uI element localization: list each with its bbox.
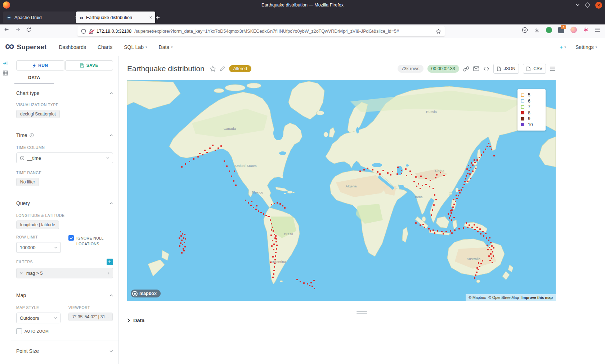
minimize-icon[interactable] xyxy=(575,4,580,6)
extension-green-icon[interactable] xyxy=(546,27,552,33)
map-style-select[interactable]: Outdoors xyxy=(16,313,60,323)
land-ireland xyxy=(324,132,328,137)
land-hispaniola xyxy=(287,191,292,194)
lonlat-value[interactable]: longitude | latitude xyxy=(16,220,59,229)
forward-icon[interactable] xyxy=(15,27,21,32)
extension-asterisk-icon[interactable] xyxy=(583,27,589,33)
attrib-mapbox[interactable]: © Mapbox xyxy=(469,295,486,300)
map-legend: 5678910 xyxy=(517,89,546,131)
info-icon xyxy=(30,133,34,137)
browser-tabstrip: Apache Druid ∞ Earthquake distribution xyxy=(0,10,605,24)
chevron-down-icon xyxy=(106,157,109,159)
caspian-sea xyxy=(397,166,403,175)
chevron-right-icon xyxy=(107,272,109,275)
chevron-down-icon: ▾ xyxy=(171,45,173,49)
edit-pencil-icon[interactable] xyxy=(220,66,225,72)
time-range-value[interactable]: No filter xyxy=(16,178,39,186)
embed-code-icon[interactable] xyxy=(483,66,489,71)
reload-icon[interactable] xyxy=(26,27,31,32)
nav-item-sql-lab[interactable]: SQL Lab ▾ xyxy=(124,44,147,50)
export-json-button[interactable]: .JSON xyxy=(493,64,519,74)
shield-icon[interactable] xyxy=(81,29,86,34)
explore-control-panel: RUN SAVE DATA Chart type VISUALIZATION T… xyxy=(11,56,119,364)
section-header-query[interactable]: Query xyxy=(16,200,113,206)
window-titlebar: Earthquake distribution — Mozilla Firefo… xyxy=(0,0,605,10)
legend-swatch-icon xyxy=(521,94,524,97)
altered-badge[interactable]: Altered xyxy=(229,65,251,72)
tab-close-icon[interactable] xyxy=(149,16,152,19)
superset-logo[interactable]: ∞ Superset xyxy=(5,43,47,51)
nav-item-dashboards[interactable]: Dashboards xyxy=(59,44,86,50)
mapbox-icon xyxy=(132,291,138,296)
browser-tab-druid[interactable]: Apache Druid xyxy=(3,12,81,23)
pocket-icon[interactable] xyxy=(522,27,528,33)
nav-item-charts[interactable]: Charts xyxy=(98,44,112,50)
back-icon[interactable] xyxy=(4,27,10,32)
deckgl-map[interactable]: CanadaUnited StatesMexicoBrazilArgentina… xyxy=(127,80,556,301)
favorite-star-icon[interactable] xyxy=(210,65,216,72)
left-icon-strip xyxy=(0,56,11,364)
viz-type-value[interactable]: deck.gl Scatterplot xyxy=(16,110,60,118)
superset-infinity-icon: ∞ xyxy=(5,41,14,51)
dataset-grid-icon[interactable] xyxy=(3,70,8,76)
filter-chip[interactable]: mag > 5 xyxy=(16,268,113,278)
land-falklands xyxy=(280,281,283,282)
resize-grip[interactable] xyxy=(357,311,367,314)
rowlimit-select[interactable]: 100000 xyxy=(16,242,61,253)
druid-favicon-icon xyxy=(6,15,12,20)
chart-main-area: Earthquake distribution Altered 73k rows… xyxy=(119,56,605,364)
clock-icon xyxy=(20,156,24,160)
section-chart-type: Chart type VISUALIZATION TYPE deck.gl Sc… xyxy=(11,83,118,125)
map-style-value: Outdoors xyxy=(20,315,39,321)
settings-menu[interactable]: Settings ▾ xyxy=(575,44,597,50)
results-panel: Data xyxy=(119,308,605,323)
remove-filter-icon[interactable] xyxy=(20,272,23,275)
more-menu-icon[interactable] xyxy=(550,67,556,71)
viewport-value[interactable]: 7° 35' 54.02" | 31... xyxy=(68,313,113,321)
maximize-icon[interactable] xyxy=(585,2,591,8)
plus-icon: + xyxy=(560,44,563,50)
extension-badged-icon[interactable]: 2 xyxy=(558,27,564,33)
chevron-right-icon xyxy=(127,318,130,323)
downloads-icon[interactable] xyxy=(534,27,540,33)
section-title: Map xyxy=(16,292,26,298)
hamburger-menu-icon[interactable] xyxy=(595,27,601,32)
url-path: /superset/explore/?form_data_key=1Ykx7oD… xyxy=(134,29,433,34)
ignore-null-checkbox[interactable] xyxy=(68,235,74,241)
collapse-panel-icon[interactable] xyxy=(3,60,8,66)
nav-item-data[interactable]: Data ▾ xyxy=(159,44,173,50)
section-header-point-size[interactable]: Point Size xyxy=(16,348,113,354)
chevron-up-icon xyxy=(109,294,113,297)
attrib-osm[interactable]: © OpenStreetMap xyxy=(488,295,519,300)
auto-zoom-checkbox[interactable] xyxy=(16,328,22,334)
browser-tab-earthquake[interactable]: ∞ Earthquake distribution xyxy=(76,12,155,23)
tab-data[interactable]: DATA xyxy=(14,73,54,83)
account-avatar[interactable] xyxy=(570,27,577,33)
time-column-select[interactable]: __time xyxy=(16,153,113,163)
legend-item: 5 xyxy=(521,92,542,98)
run-button[interactable]: RUN xyxy=(16,60,64,70)
email-icon[interactable] xyxy=(473,66,479,71)
data-panel-toggle[interactable]: Data xyxy=(127,318,605,323)
section-header-map[interactable]: Map xyxy=(16,292,113,298)
attrib-improve-link[interactable]: Improve this map xyxy=(521,295,553,300)
land-tasmania xyxy=(476,280,480,283)
new-item-button[interactable]: + ▾ xyxy=(560,44,566,50)
export-csv-button[interactable]: .CSV xyxy=(523,64,546,74)
section-header-time[interactable]: Time xyxy=(16,132,113,138)
hudson-bay xyxy=(273,126,283,140)
new-tab-button[interactable] xyxy=(153,13,162,22)
mapbox-logo[interactable]: mapbox xyxy=(131,290,161,297)
insecure-lock-icon[interactable] xyxy=(89,29,94,34)
baltic-sea xyxy=(356,127,359,133)
url-input[interactable]: 172.18.0.3:32108 /superset/explore/?form… xyxy=(77,26,445,36)
section-header-chart-type[interactable]: Chart type xyxy=(16,90,113,96)
save-button[interactable]: SAVE xyxy=(65,60,113,70)
share-link-icon[interactable] xyxy=(463,66,469,72)
chevron-up-icon xyxy=(109,92,113,95)
close-window-icon[interactable] xyxy=(595,2,602,9)
nav-label: SQL Lab xyxy=(124,44,144,50)
add-filter-button[interactable] xyxy=(107,259,113,265)
bookmark-star-icon[interactable] xyxy=(436,29,441,34)
viz-type-label: VISUALIZATION TYPE xyxy=(16,103,113,107)
